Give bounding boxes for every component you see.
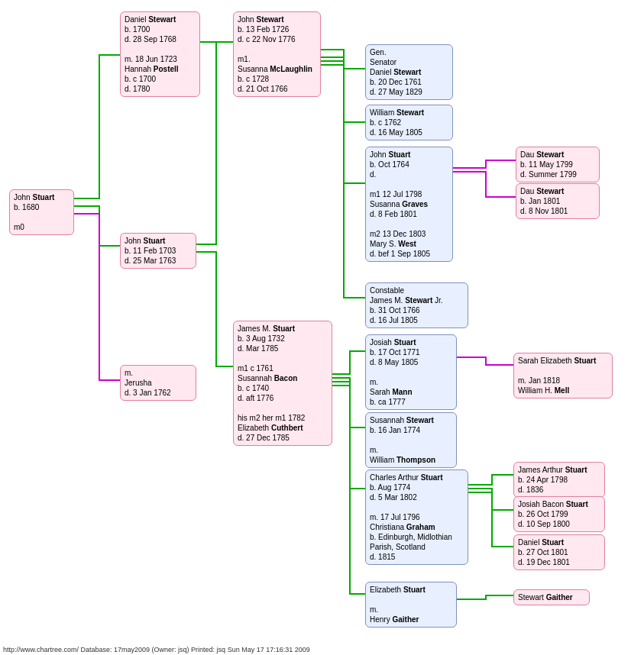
john_stuart_root: John Stuartb. 1680m0 [9,189,74,235]
susannah_stewart_1774: Susannah Stewartb. 16 Jan 1774m.William … [365,412,457,468]
james_constable: ConstableJames M. Stewart Jr.b. 31 Oct 1… [365,282,468,328]
dau_stewart_1801: Dau Stewartb. Jan 1801d. 8 Nov 1801 [516,183,600,219]
john_stuart_1764: John Stuartb. Oct 1764d.m1 12 Jul 1798Su… [365,147,453,262]
daniel_stewart: Daniel Stewartb. 1700d. 28 Sep 1768m. 18… [120,11,200,97]
elizabeth_stuart: Elizabeth Stuartm.Henry Gaither [365,582,457,628]
william_stewart_1762: William Stewartb. c 1762d. 16 May 1805 [365,105,453,140]
sarah_elizabeth_stuart: Sarah Elizabeth Stuartm. Jan 1818William… [513,353,613,398]
chart-area: John Stuartb. 1680m0Daniel Stewartb. 170… [0,0,644,641]
m_jerusha: m.Jerushad. 3 Jan 1762 [120,365,196,401]
josiah_stuart: Josiah Stuartb. 17 Oct 1771d. 8 May 1805… [365,334,457,410]
dau_stewart_1799: Dau Stewartb. 11 May 1799d. Summer 1799 [516,147,600,182]
charles_arthur_stuart: Charles Arthur Stuartb. Aug 1774d. 5 Mar… [365,469,468,565]
josiah_bacon_stuart: Josiah Bacon Stuartb. 26 Oct 1799d. 10 S… [513,496,605,532]
stewart_gaither: Stewart Gaither [513,589,590,605]
footer: http://www.chartree.com/ Database: 17may… [3,646,310,653]
gen_daniel_stewart: Gen.SenatorDaniel Stewartb. 20 Dec 1761d… [365,44,453,100]
james_stuart_1732: James M. Stuartb. 3 Aug 1732d. Mar 1785m… [233,321,332,446]
john_stewart_1726: John Stewartb. 13 Feb 1726d. c 22 Nov 17… [233,11,321,97]
john_stuart_1703: John Stuartb. 11 Feb 1703d. 25 Mar 1763 [120,233,196,269]
james_arthur_stuart: James Arthur Stuartb. 24 Apr 1798d. 1836 [513,462,605,498]
daniel_stuart_1801: Daniel Stuartb. 27 Oct 1801d. 19 Dec 180… [513,534,605,570]
